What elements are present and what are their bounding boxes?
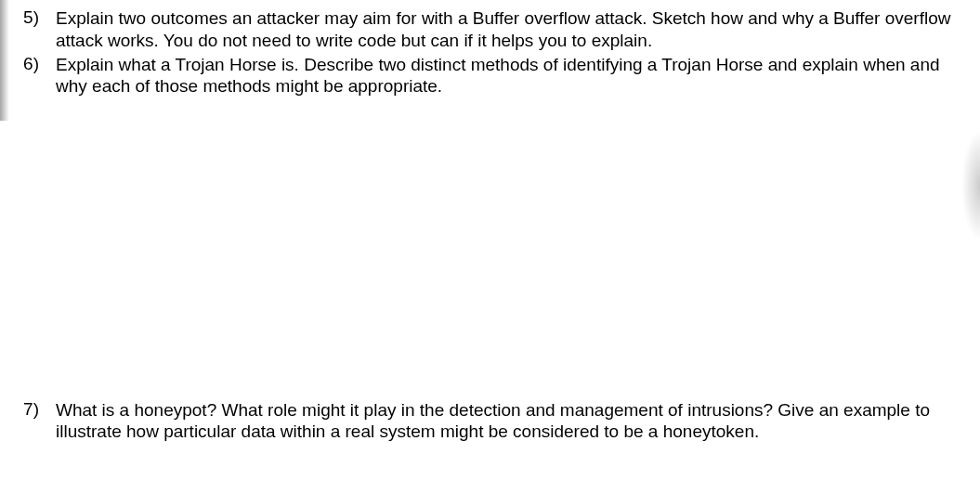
- question-text: What is a honeypot? What role might it p…: [56, 399, 961, 444]
- question-text: Explain what a Trojan Horse is. Describe…: [56, 54, 961, 98]
- question-number: 7): [19, 399, 56, 420]
- scan-edge-shadow-left: [0, 0, 9, 121]
- document-page: 5) Explain two outcomes an attacker may …: [0, 0, 980, 480]
- question-group-top: 5) Explain two outcomes an attacker may …: [19, 7, 961, 97]
- question-text: Explain two outcomes an attacker may aim…: [56, 7, 961, 52]
- question-group-bottom: 7) What is a honeypot? What role might i…: [19, 399, 961, 446]
- question-item: 6) Explain what a Trojan Horse is. Descr…: [19, 54, 961, 98]
- question-item: 5) Explain two outcomes an attacker may …: [19, 7, 961, 52]
- scan-edge-shadow-right: [961, 130, 980, 241]
- question-item: 7) What is a honeypot? What role might i…: [19, 399, 961, 444]
- question-number: 6): [19, 54, 56, 74]
- question-number: 5): [19, 7, 56, 28]
